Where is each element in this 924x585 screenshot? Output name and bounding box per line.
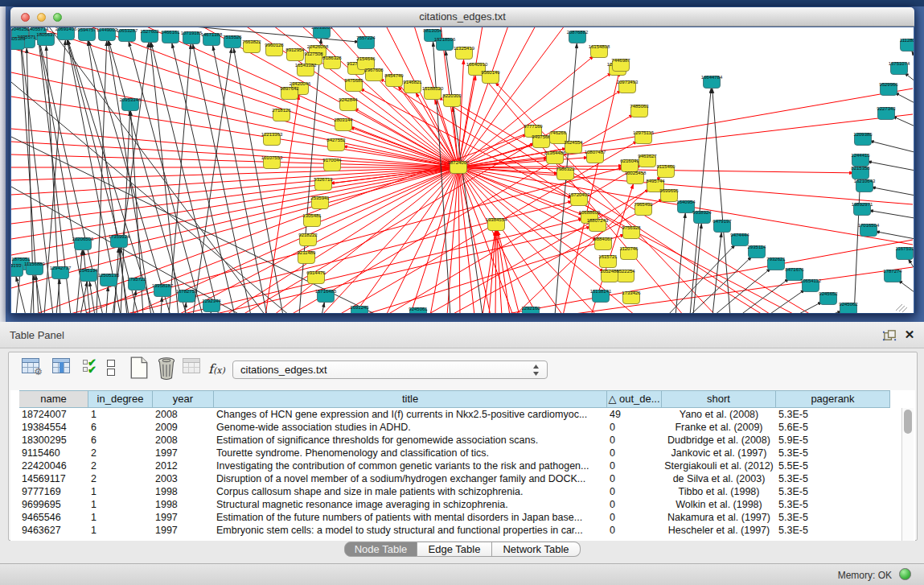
cell-pagerank[interactable]: 5.3E-5	[776, 447, 890, 459]
scrollbar-thumb[interactable]	[904, 410, 912, 434]
cell-short[interactable]: Stergiakouli et al. (2012)	[662, 459, 776, 472]
tab-edge-table[interactable]: Edge Table	[417, 542, 492, 557]
show-columns-button[interactable]	[52, 358, 76, 382]
cell-title[interactable]: Disruption of a novel member of a sodium…	[214, 472, 607, 485]
column-header-in_degree[interactable]: in_degree	[88, 390, 153, 408]
cell-short[interactable]: Jankovic et al. (1997)	[662, 447, 776, 459]
cell-in_degree[interactable]: 6	[88, 421, 153, 434]
merge-rows-button[interactable]	[107, 360, 131, 384]
cell-name[interactable]: 9699695	[19, 498, 88, 511]
cell-name[interactable]: 9777169	[19, 485, 88, 498]
function-builder-button[interactable]: f(x)	[208, 361, 232, 385]
cell-name[interactable]: 14569117	[19, 472, 88, 485]
table-selector-dropdown[interactable]: citations_edges.txt	[232, 360, 548, 379]
float-panel-icon[interactable]	[882, 328, 897, 344]
cell-in_degree[interactable]: 1	[88, 498, 153, 511]
cell-year[interactable]: 2008	[153, 408, 214, 421]
window-titlebar[interactable]: citations_edges.txt	[10, 7, 914, 27]
cell-name[interactable]: 9115460	[19, 447, 88, 459]
cell-short[interactable]: Nakamura et al. (1997)	[662, 511, 776, 524]
cell-year[interactable]: 2008	[153, 434, 214, 447]
cell-in_degree[interactable]: 6	[88, 434, 153, 447]
cell-out_degree[interactable]: 0	[607, 447, 662, 459]
cell-year[interactable]: 2009	[153, 421, 214, 434]
network-view-window[interactable]: citations_edges.txt 90462501405571424055…	[10, 6, 915, 314]
cell-short[interactable]: Yano et al. (2008)	[662, 408, 776, 421]
cell-in_degree[interactable]: 1	[88, 511, 153, 524]
cell-title[interactable]: Corpus callosum shape and size in male p…	[214, 485, 607, 498]
column-header-year[interactable]: year	[153, 390, 214, 408]
cell-title[interactable]: Estimation of significance thresholds fo…	[214, 434, 607, 447]
cell-year[interactable]: 1998	[153, 498, 214, 511]
cell-title[interactable]: Tourette syndrome. Phenomenology and cla…	[214, 447, 607, 459]
cell-year[interactable]: 1997	[153, 524, 214, 537]
cell-name[interactable]: 22420046	[19, 459, 88, 472]
table-settings-button[interactable]: ⚙	[22, 358, 46, 382]
cell-pagerank[interactable]: 5.3E-5	[776, 408, 890, 421]
cell-pagerank[interactable]: 5.3E-5	[776, 511, 890, 524]
cell-year[interactable]: 2012	[153, 459, 214, 472]
cell-year[interactable]: 1998	[153, 485, 214, 498]
cell-out_degree[interactable]: 0	[607, 421, 662, 434]
cell-short[interactable]: Wolkin et al. (1998)	[662, 498, 776, 511]
delete-table-button-disabled[interactable]	[183, 358, 207, 382]
cell-in_degree[interactable]: 2	[88, 472, 153, 485]
cell-in_degree[interactable]: 1	[88, 524, 153, 537]
cell-pagerank[interactable]: 5.3E-5	[776, 472, 890, 485]
new-document-button[interactable]	[129, 356, 154, 381]
cell-out_degree[interactable]: 0	[607, 459, 662, 472]
column-header-pagerank[interactable]: pagerank	[776, 390, 890, 408]
cell-name[interactable]: 9463627	[19, 524, 88, 537]
cell-title[interactable]: Investigating the contribution of common…	[214, 459, 607, 472]
cell-name[interactable]: 9465546	[19, 511, 88, 524]
cell-year[interactable]: 1997	[153, 511, 214, 524]
graph-node-label: 7663822	[242, 39, 261, 44]
cell-out_degree[interactable]: 0	[607, 511, 662, 524]
cell-out_degree[interactable]: 0	[607, 498, 662, 511]
network-graph[interactable]: 9046250140557142405571180563716053892069…	[11, 27, 914, 313]
cell-year[interactable]: 1997	[153, 447, 214, 459]
cell-title[interactable]: Embryonic stem cells: a model to study s…	[214, 524, 607, 537]
tab-network-table[interactable]: Network Table	[492, 542, 581, 557]
tab-node-table[interactable]: Node Table	[344, 542, 417, 557]
cell-short[interactable]: Dudbridge et al. (2008)	[662, 434, 776, 447]
column-header-name[interactable]: name	[19, 390, 88, 408]
cell-in_degree[interactable]: 1	[88, 408, 153, 421]
close-panel-icon[interactable]: ✕	[902, 328, 917, 342]
cell-name[interactable]: 19384554	[19, 421, 88, 434]
delete-rows-button[interactable]	[156, 356, 180, 381]
cell-out_degree[interactable]: 0	[607, 434, 662, 447]
column-header-out_degree[interactable]: △ out_de...	[607, 390, 662, 408]
cell-title[interactable]: Genome-wide association studies in ADHD.	[214, 421, 607, 434]
select-columns-button[interactable]: ✔✔	[83, 358, 107, 382]
cell-pagerank[interactable]: 5.5E-5	[776, 459, 890, 472]
cell-in_degree[interactable]: 2	[88, 459, 153, 472]
cell-out_degree[interactable]: 0	[607, 524, 662, 537]
cell-title[interactable]: Structural magnetic resonance image aver…	[214, 498, 607, 511]
cell-short[interactable]: Hescheler et al. (1997)	[662, 524, 776, 537]
cell-in_degree[interactable]: 2	[88, 447, 153, 459]
cell-out_degree[interactable]: 0	[607, 485, 662, 498]
column-header-short[interactable]: short	[662, 390, 776, 408]
node-table[interactable]: namein_degreeyeartitle△ out_de...shortpa…	[10, 390, 915, 541]
cell-title[interactable]: Changes of HCN gene expression and I(f) …	[214, 408, 607, 421]
table-panel-header[interactable]: Table Panel ✕	[0, 322, 924, 348]
cell-out_degree[interactable]: 49	[607, 408, 662, 421]
table-vertical-scrollbar[interactable]	[901, 408, 914, 541]
cell-out_degree[interactable]: 0	[607, 472, 662, 485]
cell-pagerank[interactable]: 5.3E-5	[776, 524, 890, 537]
cell-name[interactable]: 18724007	[19, 408, 88, 421]
cell-year[interactable]: 2003	[153, 472, 214, 485]
cell-pagerank[interactable]: 5.6E-5	[776, 421, 890, 434]
cell-title[interactable]: Estimation of the future numbers of pati…	[214, 511, 607, 524]
cell-pagerank[interactable]: 5.3E-5	[776, 498, 890, 511]
cell-short[interactable]: de Silva et al. (2003)	[662, 472, 776, 485]
cell-pagerank[interactable]: 5.9E-5	[776, 434, 890, 447]
cell-name[interactable]: 18300295	[19, 434, 88, 447]
cell-short[interactable]: Tibbo et al. (1998)	[662, 485, 776, 498]
cell-pagerank[interactable]: 5.3E-5	[776, 485, 890, 498]
cell-short[interactable]: Franke et al. (2009)	[662, 421, 776, 434]
network-canvas[interactable]: 9046250140557142405571180563716053892069…	[11, 27, 914, 313]
cell-in_degree[interactable]: 1	[88, 485, 153, 498]
column-header-title[interactable]: title	[214, 390, 607, 408]
